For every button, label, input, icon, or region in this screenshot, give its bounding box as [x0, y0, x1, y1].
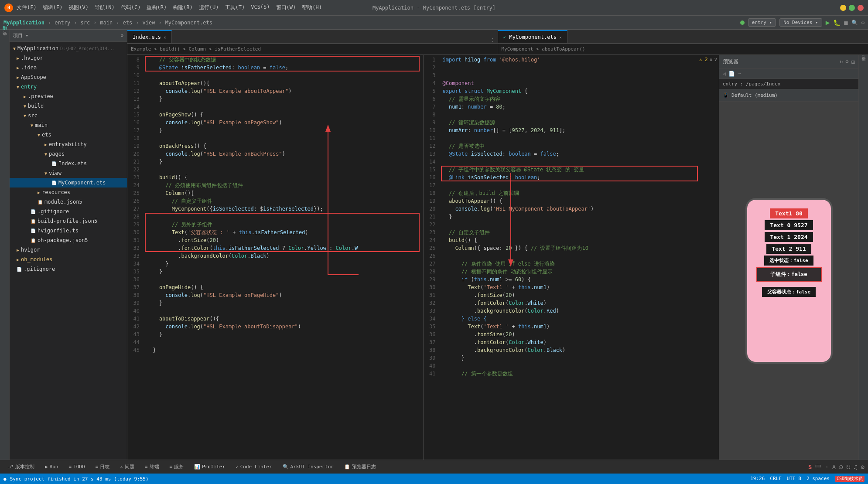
- sidebar-item-entryability[interactable]: ▶ entryability: [10, 140, 127, 149]
- sidebar-item-module-json[interactable]: 📋 module.json5: [10, 197, 127, 207]
- bookmarks-tab[interactable]: 书签: [1, 37, 9, 42]
- sidebar-item-build-profile[interactable]: 📋 build-profile.json5: [10, 216, 127, 226]
- left-code-content[interactable]: // 父容器中的状态数据 @State isFatherSelected: bo…: [143, 55, 423, 460]
- sidebar-item-main[interactable]: ▼ main: [10, 120, 127, 130]
- ime-icon-3[interactable]: ·: [825, 464, 828, 470]
- entry-breadcrumb[interactable]: entry: [55, 20, 70, 26]
- menu-nav[interactable]: 导航(N): [95, 4, 115, 11]
- preview-file-icon[interactable]: 📄: [728, 71, 735, 77]
- window-controls[interactable]: [840, 5, 864, 11]
- run-tab[interactable]: ▶ Run: [41, 462, 63, 471]
- arkui-inspector-tab[interactable]: 🔍 ArkUI Inspector: [278, 462, 338, 471]
- notifications-tab[interactable]: 通知: [860, 57, 868, 62]
- profiler-tab[interactable]: 📊 Profiler: [190, 462, 229, 471]
- structure-tab[interactable]: 结构: [1, 31, 9, 37]
- sidebar-item-mycomponent-ets[interactable]: 📄 MyComponent.ets: [10, 178, 127, 187]
- left-pane-menu-icon[interactable]: ⋮: [490, 37, 495, 43]
- tab-mycomponent-ets[interactable]: ✓ MyComponent.ets ✕: [498, 30, 567, 43]
- terminal-tab[interactable]: ≡ 终端: [140, 462, 164, 472]
- sidebar-item-hvigor[interactable]: ▶ .hvigor: [10, 53, 127, 63]
- menu-file[interactable]: 文件(F): [17, 4, 37, 11]
- left-code-editor[interactable]: 8 9 10 11 12 13 14 15 16 17 18 19 20 21: [127, 55, 423, 460]
- search-toolbar-icon[interactable]: 🔍: [851, 20, 858, 26]
- preview-refresh-icon[interactable]: ↻: [840, 58, 843, 65]
- sidebar-item-index-ets[interactable]: 📄 Index.ets: [10, 159, 127, 168]
- right-code-content[interactable]: import hilog from '@ohos.hilog' @Compone…: [439, 55, 719, 460]
- sidebar-item-gitignore[interactable]: 📄 .gitignore: [10, 207, 127, 216]
- sidebar-item-build[interactable]: ▼ build: [10, 101, 127, 111]
- ime-icon-2[interactable]: 中: [815, 463, 821, 471]
- ime-icon-1[interactable]: S: [808, 464, 812, 470]
- todo-tab[interactable]: ≡ TODO: [65, 462, 89, 471]
- view-breadcrumb[interactable]: view: [143, 20, 155, 26]
- preview-more-icon[interactable]: ⋯: [738, 71, 741, 77]
- menu-code[interactable]: 代码(C): [121, 4, 141, 11]
- src-breadcrumb[interactable]: src: [81, 20, 90, 26]
- menu-vcs[interactable]: VCS(S): [251, 4, 270, 11]
- collapse-icon[interactable]: ∧: [710, 57, 713, 62]
- tab-mycomponent-ets-close[interactable]: ✕: [559, 35, 562, 40]
- preview-device-bar: 📱 Default (medium): [719, 89, 858, 102]
- preview-back-icon[interactable]: ◁: [723, 71, 726, 77]
- menu-window[interactable]: 窗口(W): [276, 4, 296, 11]
- sidebar-item-preview[interactable]: ▶ .preview: [10, 92, 127, 101]
- preview-settings-icon[interactable]: ⚙: [845, 58, 848, 65]
- menu-run[interactable]: 运行(U): [199, 4, 219, 11]
- sidebar-item-hvigorfile[interactable]: 📄 hvigorfile.ts: [10, 226, 127, 235]
- ime-icon-7[interactable]: ♫: [854, 464, 857, 470]
- rcode-line-18: // 创建后，build 之前回调: [443, 189, 716, 197]
- menu-bar[interactable]: 文件(F) 编辑(E) 视图(V) 导航(N) 代码(C) 重构(R) 构建(B…: [17, 4, 322, 11]
- rcode-line-3: [443, 72, 716, 79]
- component-breadcrumb[interactable]: MyComponent.ets: [165, 20, 212, 26]
- stop-button[interactable]: ■: [844, 19, 847, 26]
- ime-icon-8[interactable]: ⚙: [861, 464, 865, 470]
- sidebar-item-view[interactable]: ▼ view: [10, 168, 127, 178]
- sidebar-item-hvigor2[interactable]: ▶ hvigor: [10, 245, 127, 255]
- sidebar-item-gitignore2[interactable]: 📄 .gitignore: [10, 264, 127, 274]
- menu-tools[interactable]: 工具(T): [225, 4, 245, 11]
- debug-button[interactable]: 🐛: [833, 19, 841, 26]
- preview-log-tab[interactable]: 📋 预览器日志: [340, 462, 380, 472]
- sidebar-item-idea[interactable]: ▶ .idea: [10, 63, 127, 72]
- sidebar-settings-icon[interactable]: ⚙: [120, 33, 123, 38]
- sidebar-item-myapplication[interactable]: ▼ MyApplication D:\002_Project\014...: [10, 44, 127, 53]
- right-code-editor[interactable]: 1 2 3 4 5 6 7 8 9 10 11 12 13 14: [424, 55, 719, 460]
- menu-edit[interactable]: 编辑(E): [43, 4, 63, 11]
- ime-icon-5[interactable]: ☊: [839, 464, 843, 470]
- code-linter-tab[interactable]: ✓ Code Linter: [231, 462, 276, 471]
- device-file-browser-tab[interactable]: 设备: [860, 62, 868, 67]
- sidebar-item-pages[interactable]: ▼ pages: [10, 149, 127, 159]
- menu-refactor[interactable]: 重构(R): [147, 4, 167, 11]
- sidebar-item-src[interactable]: ▼ src: [10, 111, 127, 120]
- run-button[interactable]: ▶: [826, 18, 830, 27]
- main-breadcrumb[interactable]: main: [100, 20, 113, 26]
- sidebar-item-oh-modules[interactable]: ▶ oh_modules: [10, 255, 127, 264]
- settings-toolbar-icon[interactable]: ⚙: [861, 20, 865, 26]
- rcode-line-9: // 循环渲染数据源: [443, 119, 716, 126]
- close-button[interactable]: [858, 5, 864, 11]
- sidebar-item-oh-package[interactable]: 📋 oh-package.json5: [10, 235, 127, 245]
- expand-icon[interactable]: ∨: [714, 57, 717, 62]
- sidebar-item-appscope[interactable]: ▶ AppScope: [10, 72, 127, 82]
- problems-tab[interactable]: ⚠ 问题: [116, 462, 139, 472]
- sidebar-item-resources[interactable]: ▶ resources: [10, 187, 127, 197]
- ime-icon-4[interactable]: A: [832, 464, 836, 470]
- menu-build[interactable]: 构建(B): [173, 4, 193, 11]
- tab-index-ets-close[interactable]: ✕: [164, 35, 166, 40]
- maximize-button[interactable]: [849, 5, 855, 11]
- log-tab[interactable]: ≡ 日志: [91, 462, 114, 472]
- menu-view[interactable]: 视图(V): [68, 4, 89, 11]
- preview-grid-icon[interactable]: ⊞: [851, 58, 855, 65]
- sidebar-item-entry[interactable]: ▼ entry: [10, 82, 127, 92]
- ime-icon-6[interactable]: ☋: [847, 464, 850, 470]
- tab-index-ets[interactable]: Index.ets ✕: [127, 30, 172, 43]
- service-tab[interactable]: ≡ 服务: [165, 462, 188, 472]
- menu-help[interactable]: 帮助(H): [302, 4, 322, 11]
- version-control-tab[interactable]: ⎇ 版本控制: [3, 462, 39, 472]
- right-pane-menu-icon[interactable]: ⋮: [861, 37, 865, 43]
- sidebar-item-ets[interactable]: ▼ ets: [10, 130, 127, 140]
- minimize-button[interactable]: [840, 5, 846, 11]
- entry-dropdown-button[interactable]: entry ▾: [748, 18, 776, 27]
- no-devices-dropdown-button[interactable]: No Devices ▾: [779, 18, 822, 27]
- ets-breadcrumb[interactable]: ets: [123, 20, 133, 26]
